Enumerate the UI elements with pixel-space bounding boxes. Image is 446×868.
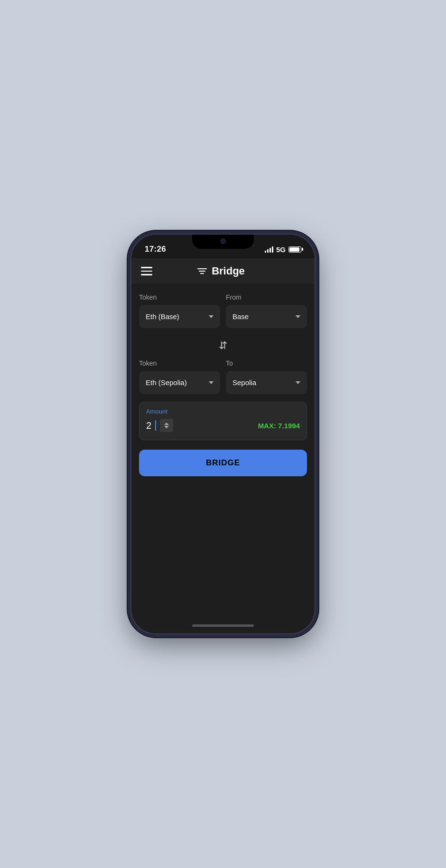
signal-bar-1 [265,251,266,253]
filter-icon [197,268,207,274]
battery-fill [289,247,299,252]
filter-line-1 [197,268,207,269]
to-form-row: Token Eth (Sepolia) To Sepolia [139,359,307,394]
from-chain-chevron-icon [296,315,300,318]
token-to-column: Token Eth (Sepolia) [139,359,220,394]
from-chain-value: Base [232,312,249,321]
battery-body [288,246,301,253]
to-chain-column: To Sepolia [226,359,307,394]
text-cursor [155,420,156,431]
to-chain-value: Sepolia [232,378,256,387]
bridge-button[interactable]: BRIDGE [139,450,307,476]
amount-stepper[interactable] [160,419,173,432]
from-chain-dropdown[interactable]: Base [226,305,307,328]
token-from-label: Token [139,293,220,301]
amount-row: 2 MAX: 7.1994 [146,419,300,432]
amount-input-wrapper: 2 [146,419,173,432]
from-form-row: Token Eth (Base) From Base [139,293,307,328]
stepper-up-icon [164,423,169,425]
from-chain-column: From Base [226,293,307,328]
from-chain-label: From [226,293,307,301]
notch [192,235,254,249]
swap-direction-button[interactable]: ⇵ [219,340,227,352]
app-header: Bridge [131,258,315,284]
status-time: 17:26 [145,245,166,254]
max-amount-label: MAX: 7.1994 [258,422,300,430]
swap-container: ⇵ [139,332,307,359]
phone-frame: 17:26 5G [130,234,316,634]
stepper-down-icon [164,426,169,428]
home-bar [131,617,315,633]
swap-arrows-icon: ⇵ [219,340,227,352]
signal-icon [265,246,273,253]
signal-bar-3 [269,248,271,253]
app-content: Bridge Token Eth (Base) From [131,258,315,633]
network-label: 5G [276,245,286,254]
to-chain-dropdown[interactable]: Sepolia [226,371,307,394]
amount-section: Amount 2 MAX: 7.1994 [139,402,307,440]
token-from-value: Eth (Base) [146,312,179,321]
filter-line-2 [199,271,205,272]
signal-bar-2 [267,249,269,253]
token-from-dropdown[interactable]: Eth (Base) [139,305,220,328]
signal-bar-4 [272,246,273,253]
hamburger-menu-button[interactable] [141,267,152,275]
battery-icon [288,246,301,253]
status-right: 5G [265,245,301,254]
home-indicator [192,624,254,627]
to-chain-chevron-icon [296,381,300,384]
camera [220,238,226,244]
token-from-column: Token Eth (Base) [139,293,220,328]
to-chain-label: To [226,359,307,367]
phone-screen: 17:26 5G [131,235,315,633]
main-scroll: Token Eth (Base) From Base [131,284,315,617]
token-to-dropdown[interactable]: Eth (Sepolia) [139,371,220,394]
header-title-group: Bridge [197,265,245,277]
hamburger-line-3 [141,274,152,275]
token-to-chevron-icon [209,381,214,384]
hamburger-line-1 [141,267,152,268]
hamburger-line-2 [141,271,152,272]
page-title: Bridge [212,265,245,277]
bridge-button-label: BRIDGE [206,458,240,467]
token-to-value: Eth (Sepolia) [146,378,187,387]
amount-label: Amount [146,408,300,415]
filter-line-3 [200,273,204,274]
token-to-label: Token [139,359,220,367]
token-from-chevron-icon [209,315,214,318]
amount-input[interactable]: 2 [146,420,151,431]
